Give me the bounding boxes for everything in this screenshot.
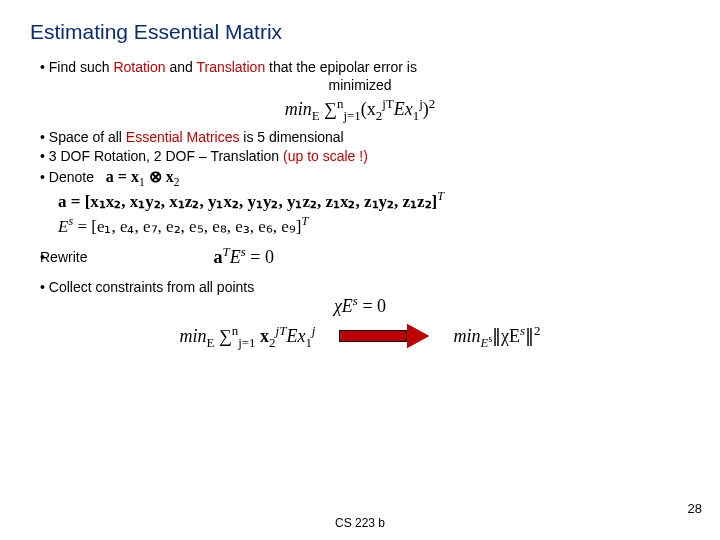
- text: and: [166, 59, 197, 75]
- arrow-row: minE ∑nj=1 x2jTEx1j minEs‖χEs‖2: [30, 325, 690, 347]
- bullet-dof: 3 DOF Rotation, 2 DOF – Translation (up …: [40, 147, 690, 166]
- formula-es-vector: Es = [e₁, e₄, e₇, e₂, e₅, e₈, e₃, e₆, e₉…: [58, 216, 690, 237]
- page-number: 28: [688, 501, 702, 516]
- arrow-icon: [339, 326, 429, 346]
- formula-min-right: minEs‖χEs‖2: [453, 325, 540, 347]
- text: 3 DOF Rotation, 2 DOF – Translation: [49, 148, 283, 164]
- formula-a-vector: a = [x₁x₂, x₁y₂, x₁z₂, y₁x₂, y₁y₂, y₁z₂,…: [58, 191, 690, 212]
- bullet-collect: Collect constraints from all points: [40, 278, 690, 297]
- formula-min-left: minE ∑nj=1 x2jTEx1j: [179, 326, 315, 347]
- text-essential: Essential Matrices: [126, 129, 240, 145]
- formula-epipolar-error: minE ∑nj=1(x2jTEx1j)2: [30, 99, 690, 120]
- bullet-rewrite: Rewrite aTEs = 0: [40, 245, 690, 269]
- text: Rewrite: [54, 248, 87, 267]
- text: Space of all: [49, 129, 126, 145]
- bullet-space: Space of all Essential Matrices is 5 dim…: [40, 128, 690, 147]
- text: that the epipolar error is: [265, 59, 417, 75]
- bullet-find: Find such Rotation and Translation that …: [40, 58, 690, 77]
- text-translation: Translation: [196, 59, 265, 75]
- text: Denote: [49, 169, 94, 185]
- footer-course: CS 223 b: [30, 516, 690, 530]
- bullet-denote: Denote a = x1 ⊗ x2: [40, 166, 690, 188]
- formula-chi: χEs = 0: [30, 296, 690, 317]
- text: Collect constraints from all points: [49, 279, 254, 295]
- text: is 5 dimensional: [239, 129, 343, 145]
- bullet-find-sub: minimized: [30, 77, 690, 93]
- text-rotation: Rotation: [113, 59, 165, 75]
- slide-title: Estimating Essential Matrix: [30, 20, 690, 44]
- text-scale: (up to scale !): [283, 148, 368, 164]
- text: Find such: [49, 59, 114, 75]
